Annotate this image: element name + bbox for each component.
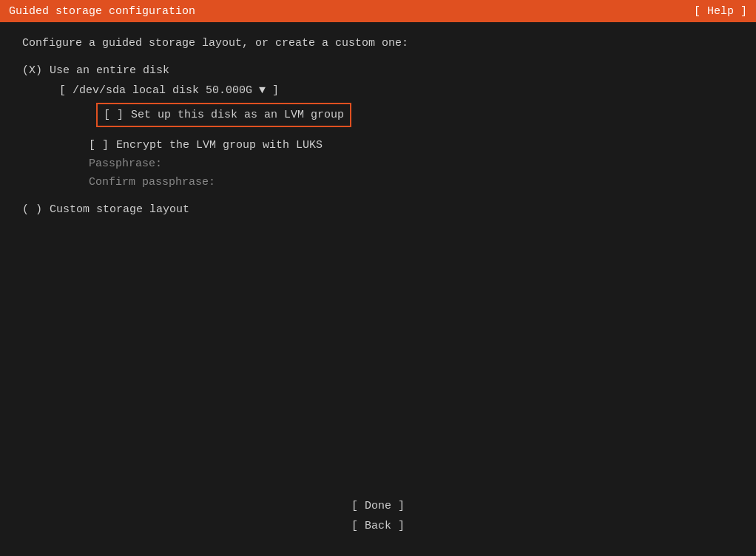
disk-selector[interactable]: [ /dev/sda local disk 50.000G ▼ ] — [59, 84, 279, 97]
encrypt-lvm-checkbox[interactable]: [ ] — [89, 139, 109, 152]
custom-storage-row[interactable]: ( ) Custom storage layout — [22, 203, 734, 216]
passphrase-label: Passphrase: — [89, 157, 162, 170]
main-content: Configure a guided storage layout, or cr… — [0, 22, 756, 231]
done-button[interactable]: [ Done ] — [341, 498, 415, 514]
instruction-text: Configure a guided storage layout, or cr… — [22, 37, 734, 50]
confirm-passphrase-row: Confirm passphrase: — [89, 176, 734, 189]
lvm-group-container: [ ] Set up this disk as an LVM group — [59, 103, 734, 133]
custom-storage-checkbox[interactable]: ( ) — [22, 203, 42, 216]
use-entire-disk-checkbox[interactable]: (X) — [22, 64, 42, 77]
title-bar: Guided storage configuration [ Help ] — [0, 0, 756, 22]
use-entire-disk-label: Use an entire disk — [50, 64, 169, 77]
window-title: Guided storage configuration — [9, 5, 195, 18]
disk-selector-row: [ /dev/sda local disk 50.000G ▼ ] — [59, 84, 734, 97]
confirm-passphrase-label: Confirm passphrase: — [89, 176, 215, 189]
lvm-group-checkbox[interactable]: [ ] — [104, 109, 124, 121]
encrypt-lvm-row[interactable]: [ ] Encrypt the LVM group with LUKS — [89, 139, 734, 152]
custom-storage-label: Custom storage layout — [50, 203, 189, 216]
help-button[interactable]: [ Help ] — [694, 5, 747, 18]
back-button[interactable]: [ Back ] — [341, 518, 415, 534]
lvm-group-row[interactable]: [ ] Set up this disk as an LVM group — [96, 103, 351, 127]
passphrase-row: Passphrase: — [89, 157, 734, 170]
encrypt-lvm-label: Encrypt the LVM group with LUKS — [116, 139, 323, 152]
bottom-buttons: [ Done ] [ Back ] — [341, 498, 415, 534]
lvm-group-label: Set up this disk as an LVM group — [131, 109, 344, 121]
use-entire-disk-option[interactable]: (X) Use an entire disk — [22, 64, 734, 77]
